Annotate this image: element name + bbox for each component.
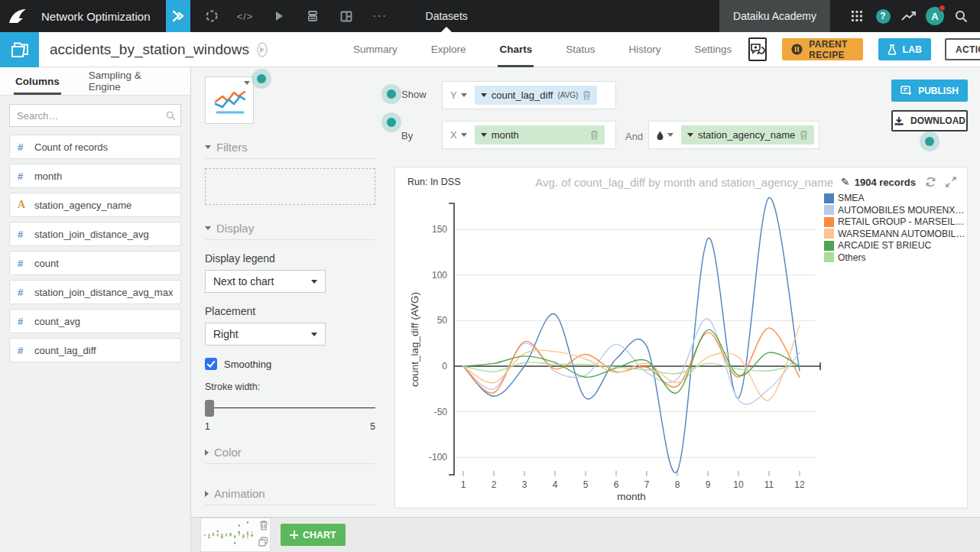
placement-select[interactable]: Right (205, 323, 326, 346)
delete-chart-icon[interactable] (259, 520, 268, 534)
hint-dot[interactable] (920, 132, 939, 151)
scenarios-icon[interactable] (300, 0, 325, 32)
display-section-header[interactable]: Display (205, 222, 375, 240)
y-measure-pill[interactable]: count_lag_diff (AVG) (475, 86, 598, 105)
stroke-width-slider[interactable] (205, 400, 375, 417)
actions-button[interactable]: ACTIONS (945, 38, 980, 60)
discussions-button[interactable] (748, 37, 767, 61)
column-item[interactable]: #station_join_distance_avg_max (9, 280, 181, 304)
dataset-title: accidents_by_station_windows (50, 41, 249, 58)
flow-icon[interactable] (166, 0, 190, 32)
column-item[interactable]: Astation_agency_name (9, 193, 181, 217)
legend-swatch (824, 229, 834, 239)
color-selector[interactable] (657, 131, 673, 140)
parent-recipe-button[interactable]: PARENT RECIPE (782, 38, 862, 60)
recipes-icon[interactable] (200, 0, 224, 32)
chart-type-picker[interactable] (205, 76, 254, 124)
tab-status[interactable]: Status (564, 32, 596, 67)
column-item[interactable]: #count (9, 251, 181, 275)
x-dimension-pill[interactable]: month (475, 125, 605, 144)
legend-item[interactable]: SMEA (824, 193, 965, 203)
user-avatar[interactable]: A (922, 0, 948, 32)
svg-text:2: 2 (492, 479, 497, 490)
legend-item[interactable]: ARCADIE ST BRIEUC (824, 240, 965, 251)
chevron-down-icon (461, 93, 467, 97)
svg-text:6: 6 (614, 479, 619, 490)
show-label: Show (401, 89, 427, 100)
svg-text:11: 11 (764, 479, 774, 490)
notebooks-icon[interactable]: </> (233, 0, 258, 32)
chevron-right-icon (205, 450, 209, 456)
svg-text:month: month (617, 491, 646, 502)
column-item[interactable]: #count_lag_diff (9, 338, 181, 362)
chart-thumbnail[interactable] (200, 518, 271, 552)
lab-button[interactable]: LAB (878, 38, 932, 60)
stroke-width-label: Stroke width: (205, 382, 375, 392)
x-axis-selector[interactable]: X (450, 129, 467, 141)
chevron-down-icon (481, 133, 487, 137)
color-dimension-pill[interactable]: station_agency_name (681, 125, 814, 144)
chart-title: Avg. of count_lag_diff by month and stat… (535, 176, 833, 189)
top-nav: Network Optimization </> ··· Datasets Da… (0, 0, 980, 32)
color-section-header[interactable]: Color (205, 446, 375, 464)
goto-flow-icon[interactable] (257, 42, 268, 57)
maximize-icon[interactable] (946, 177, 956, 187)
workspace-switcher[interactable]: Dataiku Academy (719, 0, 830, 32)
slider-track (205, 408, 375, 408)
y-axis-selector[interactable]: Y (450, 89, 467, 101)
legend-item[interactable]: AUTOMOBILES MOURENX DIF... (824, 205, 965, 216)
smoothing-checkbox[interactable] (205, 358, 217, 370)
column-item[interactable]: #Count of records (9, 135, 181, 159)
project-name[interactable]: Network Optimization (41, 10, 151, 23)
refresh-icon[interactable] (925, 177, 936, 187)
trash-icon[interactable] (800, 130, 808, 140)
animation-section-header[interactable]: Animation (205, 487, 375, 505)
legend-swatch (824, 252, 834, 262)
column-search-input[interactable] (9, 104, 181, 127)
tab-history[interactable]: History (627, 32, 662, 67)
duplicate-chart-icon[interactable] (258, 536, 268, 550)
sidebar-tab-sampling[interactable]: Sampling & Engine (87, 67, 164, 95)
chevron-down-icon (311, 333, 317, 336)
hint-dot[interactable] (381, 112, 401, 132)
charts-tray: CHART (191, 517, 980, 552)
legend-swatch (824, 205, 834, 215)
legend-item[interactable]: Others (824, 252, 965, 263)
filters-section-header[interactable]: Filters (205, 141, 375, 159)
section-datasets[interactable]: Datasets (418, 0, 475, 32)
column-item[interactable]: #month (9, 164, 181, 188)
dashboards-icon[interactable] (334, 0, 359, 32)
hint-dot[interactable] (381, 84, 401, 104)
jobs-play-icon[interactable] (267, 0, 291, 32)
run-engine-label[interactable]: Run: In DSS (407, 177, 460, 187)
activity-trend-icon[interactable] (896, 0, 922, 32)
column-item[interactable]: #station_join_distance_avg (9, 222, 181, 246)
add-chart-button[interactable]: CHART (281, 524, 346, 546)
tab-explore[interactable]: Explore (430, 32, 468, 67)
dataiku-logo-icon[interactable] (0, 0, 35, 32)
publish-button[interactable]: PUBLISH (891, 80, 968, 102)
column-item[interactable]: #count_avg (9, 309, 181, 333)
legend-item[interactable]: RETAIL GROUP - MARSEILLE - ... (824, 216, 965, 227)
trash-icon[interactable] (590, 130, 599, 140)
dataset-folder-icon[interactable] (0, 32, 39, 67)
chevron-down-icon (205, 145, 211, 149)
tab-summary[interactable]: Summary (352, 32, 399, 67)
smoothing-option[interactable]: Smoothing (205, 358, 375, 370)
legend-item[interactable]: WARSEMANN AUTOMOBILES ... (824, 229, 965, 239)
display-legend-select[interactable]: Next to chart (205, 270, 326, 293)
download-button[interactable]: DOWNLOAD (891, 110, 968, 132)
search-icon[interactable] (948, 0, 974, 32)
hint-dot[interactable] (251, 69, 271, 89)
apps-grid-icon[interactable] (844, 0, 870, 32)
tab-settings[interactable]: Settings (693, 32, 734, 67)
trash-icon[interactable] (582, 90, 591, 100)
droplet-icon (657, 131, 664, 140)
help-icon[interactable]: ? (870, 0, 896, 32)
filters-dropzone[interactable] (205, 168, 375, 205)
sidebar-tab-columns[interactable]: Columns (14, 67, 61, 95)
slider-handle[interactable] (205, 400, 214, 417)
tab-charts[interactable]: Charts (498, 32, 534, 67)
more-menu-icon[interactable]: ··· (368, 0, 392, 32)
edit-title-icon[interactable]: ✎ (841, 176, 850, 188)
